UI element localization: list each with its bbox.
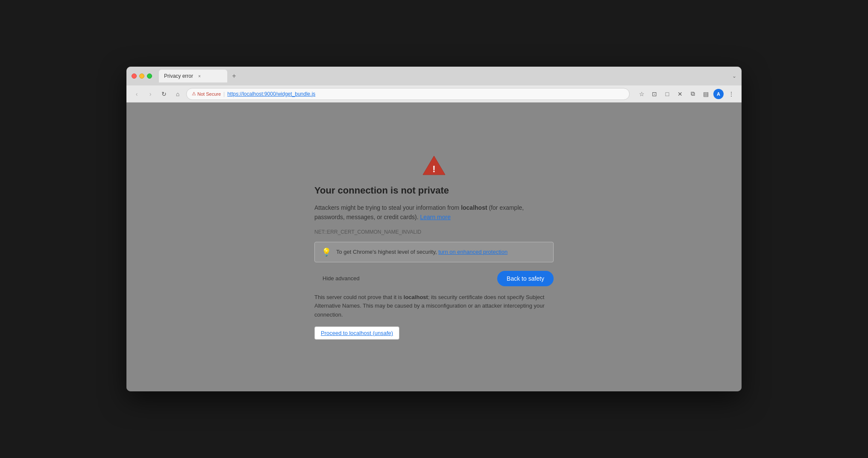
maximize-icon: ⌄ — [732, 73, 736, 79]
security-tip-box: 💡 To get Chrome's highest level of secur… — [314, 242, 554, 262]
error-title: Your connection is not private — [314, 185, 554, 196]
back-button[interactable]: ‹ — [132, 89, 142, 99]
not-secure-badge: ⚠ Not Secure — [192, 91, 221, 97]
sidebar-icon[interactable]: ▤ — [701, 89, 711, 99]
error-icon-wrapper: ! — [314, 154, 554, 176]
url-bar[interactable]: ⚠ Not Secure | https://localhost:9000/wi… — [186, 88, 630, 100]
security-tip-prefix: To get Chrome's highest level of securit… — [336, 249, 438, 255]
bookmark-icon[interactable]: ☆ — [636, 89, 647, 99]
url-text: https://localhost:9000/widget_bundle.js — [227, 91, 315, 97]
close-traffic-light[interactable] — [132, 73, 137, 79]
enhanced-protection-link[interactable]: turn on enhanced protection — [438, 249, 507, 255]
lightbulb-icon: 💡 — [322, 247, 331, 257]
advanced-desc-host: localhost — [404, 294, 428, 300]
title-bar: Privacy error × + ⌄ — [126, 67, 742, 85]
browser-window: Privacy error × + ⌄ ‹ › ↻ ⌂ ⚠ Not Secure… — [126, 67, 742, 391]
error-description: Attackers might be trying to steal your … — [314, 203, 554, 222]
refresh-button[interactable]: ↻ — [159, 89, 169, 99]
refresh-icon: ↻ — [161, 91, 167, 97]
extensions-icon[interactable]: ⧉ — [688, 89, 698, 99]
toolbar-icons: ☆ ⊡ □ ✕ ⧉ ▤ A ⋮ — [636, 89, 736, 99]
hide-advanced-button[interactable]: Hide advanced — [314, 271, 368, 285]
error-code: NET::ERR_CERT_COMMON_NAME_INVALID — [314, 229, 421, 235]
advanced-desc-prefix: This server could not prove that it is — [314, 294, 404, 300]
new-tab-button[interactable]: + — [229, 71, 239, 81]
page-content: ! Your connection is not private Attacke… — [126, 103, 742, 391]
tab-bar: Privacy error × + ⌄ — [159, 70, 736, 82]
back-to-safety-button[interactable]: Back to safety — [497, 271, 554, 286]
warning-triangle-icon: ! — [421, 154, 447, 176]
svg-text:!: ! — [432, 164, 435, 174]
menu-icon[interactable]: ⋮ — [726, 89, 736, 99]
error-host: localhost — [461, 204, 487, 211]
home-icon: ⌂ — [176, 91, 179, 97]
not-secure-label: Not Secure — [197, 91, 221, 97]
minimize-traffic-light[interactable] — [139, 73, 144, 79]
error-container: ! Your connection is not private Attacke… — [306, 146, 562, 348]
error-description-prefix: Attackers might be trying to steal your … — [314, 204, 461, 211]
chrome-cast-icon[interactable]: ⊡ — [649, 89, 660, 99]
home-button[interactable]: ⌂ — [173, 89, 183, 99]
warning-icon: ⚠ — [192, 91, 196, 97]
button-row: Hide advanced Back to safety — [314, 271, 554, 286]
back-icon: ‹ — [136, 91, 138, 97]
tab-title: Privacy error — [164, 73, 193, 79]
forward-icon: › — [150, 91, 152, 97]
traffic-lights — [132, 73, 152, 79]
tab-close-button[interactable]: × — [196, 73, 202, 79]
maximize-traffic-light[interactable] — [147, 73, 152, 79]
active-tab[interactable]: Privacy error × — [159, 70, 227, 82]
close-tab-icon[interactable]: ✕ — [675, 89, 685, 99]
learn-more-link[interactable]: Learn more — [420, 214, 451, 220]
url-separator: | — [223, 91, 225, 97]
profile-initial: A — [717, 91, 720, 97]
forward-button[interactable]: › — [145, 89, 155, 99]
advanced-description: This server could not prove that it is l… — [314, 293, 554, 320]
profile-avatar[interactable]: A — [713, 89, 724, 99]
security-tip-text: To get Chrome's highest level of securit… — [336, 249, 507, 255]
tab-search-icon[interactable]: □ — [662, 89, 672, 99]
address-bar: ‹ › ↻ ⌂ ⚠ Not Secure | https://localhost… — [126, 85, 742, 103]
proceed-button[interactable]: Proceed to localhost (unsafe) — [314, 326, 399, 340]
